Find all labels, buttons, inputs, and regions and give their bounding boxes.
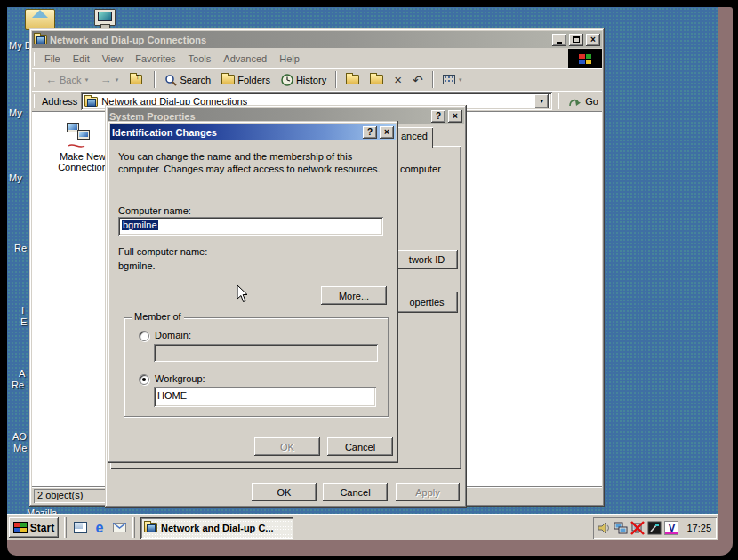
desktop: My D My My Re I E A Re AO Me Mozilla Net… — [7, 7, 718, 540]
desktop-icon-label[interactable]: AO — [12, 431, 27, 442]
more-button[interactable]: More... — [321, 286, 387, 305]
desktop-icon-label[interactable]: My D — [9, 40, 32, 51]
move-to-button[interactable] — [342, 74, 363, 85]
menu-favorites[interactable]: Favorites — [129, 52, 181, 66]
cancel-button[interactable]: Cancel — [327, 437, 393, 456]
selected-text: bgmilne — [122, 220, 158, 230]
addressbar-grab-handle[interactable] — [34, 94, 36, 108]
tab-advanced[interactable]: anced — [396, 127, 433, 148]
search-button[interactable]: Search — [161, 73, 214, 87]
copy-to-icon — [370, 75, 383, 84]
ok-button[interactable]: OK — [254, 437, 320, 456]
delete-x-icon: × — [394, 72, 402, 87]
tab-advanced-label: anced — [401, 131, 428, 141]
menu-advanced[interactable]: Advanced — [217, 52, 273, 66]
address-folder-icon — [84, 97, 98, 107]
desktop-icon-label[interactable]: Re — [14, 243, 27, 253]
quicklaunch-grab-handle[interactable] — [64, 517, 67, 538]
dialog-titlebar[interactable]: Identification Changes ? × — [110, 124, 396, 140]
back-arrow-icon: ← — [45, 73, 57, 86]
close-button[interactable]: × — [586, 34, 600, 46]
forward-button[interactable]: → ▼ — [96, 72, 123, 87]
desktop-icon-label[interactable]: My — [9, 108, 22, 118]
views-dropdown-icon[interactable]: ▼ — [458, 77, 463, 83]
toolbar-separator — [154, 71, 156, 88]
identification-changes-dialog: Identification Changes ? × You can chang… — [108, 121, 398, 463]
network-id-button[interactable]: twork ID — [396, 250, 458, 269]
tab-body-text-fragment: computer — [400, 164, 441, 174]
desktop-icon-label[interactable]: Me — [13, 443, 27, 453]
back-dropdown-icon[interactable]: ▼ — [84, 77, 89, 83]
cancel-button[interactable]: Cancel — [323, 483, 388, 501]
history-button[interactable]: History — [277, 73, 330, 87]
my-computer-icon[interactable] — [94, 9, 116, 26]
go-label: Go — [585, 96, 598, 107]
address-dropdown-button[interactable]: ▼ — [534, 94, 549, 108]
mail-envelope-icon — [113, 523, 126, 532]
desktop-icon-label[interactable]: E — [20, 316, 27, 327]
views-button[interactable]: ▼ — [439, 74, 467, 85]
windows-start-icon — [13, 522, 28, 533]
network-disconnected-icon[interactable] — [630, 521, 645, 535]
workgroup-value: HOME — [157, 390, 187, 401]
my-documents-folder-icon[interactable] — [25, 9, 55, 30]
properties-button[interactable]: operties — [396, 292, 458, 313]
history-clock-icon — [281, 74, 293, 86]
mail-button[interactable] — [111, 520, 127, 536]
domain-radio[interactable] — [139, 331, 149, 341]
show-desktop-icon — [74, 522, 87, 533]
start-button[interactable]: Start — [9, 517, 59, 538]
copy-to-button[interactable] — [366, 74, 387, 85]
show-desktop-button[interactable] — [72, 520, 88, 536]
go-button[interactable]: Go — [565, 95, 602, 108]
apply-button[interactable]: Apply — [396, 483, 460, 501]
close-button[interactable]: × — [448, 110, 462, 123]
search-icon — [164, 74, 177, 86]
task-button-network-connections[interactable]: Network and Dial-up C... — [140, 517, 293, 539]
maximize-button[interactable] — [569, 34, 583, 46]
v-logo-tray-icon[interactable]: V — [664, 521, 678, 535]
desktop-icon-label[interactable]: My — [9, 172, 22, 183]
folders-button[interactable]: Folders — [218, 74, 274, 86]
internet-explorer-icon: e — [96, 520, 104, 536]
member-of-groupbox: Member of Domain: Workgroup: HOME — [124, 317, 389, 417]
internet-explorer-button[interactable]: e — [92, 520, 108, 536]
delete-button[interactable]: × — [390, 71, 405, 88]
domain-label[interactable]: Domain: — [155, 330, 191, 340]
utility-tray-icon[interactable] — [647, 521, 662, 535]
help-button[interactable]: ? — [431, 110, 445, 123]
volume-icon[interactable] — [597, 521, 611, 535]
window-title: Network and Dial-up Connections — [50, 35, 549, 45]
undo-button[interactable]: ↶ — [409, 72, 427, 88]
workgroup-label[interactable]: Workgroup: — [155, 373, 205, 384]
desktop-icon-label[interactable]: Re — [12, 380, 24, 390]
menu-file[interactable]: File — [38, 52, 67, 66]
help-button[interactable]: ? — [363, 126, 377, 139]
network-connection-icon[interactable] — [614, 521, 628, 535]
menu-view[interactable]: View — [96, 52, 130, 66]
close-button[interactable]: × — [380, 126, 394, 139]
forward-dropdown-icon[interactable]: ▼ — [114, 77, 119, 83]
menu-tools[interactable]: Tools — [182, 52, 218, 66]
close-icon: × — [453, 112, 458, 121]
window-titlebar[interactable]: Network and Dial-up Connections × — [32, 31, 602, 48]
minimize-button[interactable] — [552, 34, 566, 46]
make-new-connection-icon — [67, 121, 99, 149]
menu-edit[interactable]: Edit — [67, 52, 96, 66]
up-button[interactable]: ↑ — [126, 74, 148, 85]
taskband-grab-handle[interactable] — [132, 517, 135, 538]
folders-label: Folders — [237, 75, 270, 85]
desktop-icon-label[interactable]: I — [21, 305, 24, 316]
menu-help[interactable]: Help — [273, 52, 306, 66]
dialog-title: Identification Changes — [112, 127, 360, 138]
ok-button[interactable]: OK — [252, 483, 317, 501]
chevron-down-icon: ▼ — [539, 99, 544, 104]
workgroup-input[interactable]: HOME — [154, 387, 376, 407]
toolbar-grab-handle[interactable] — [34, 72, 36, 87]
toolbar-separator — [335, 71, 337, 88]
menu-grab-handle[interactable] — [34, 52, 36, 66]
computer-name-input[interactable]: bgmilne — [118, 217, 383, 236]
desktop-icon-label[interactable]: A — [19, 368, 25, 379]
workgroup-radio[interactable] — [139, 374, 149, 385]
back-button[interactable]: ← Back ▼ — [42, 72, 92, 87]
